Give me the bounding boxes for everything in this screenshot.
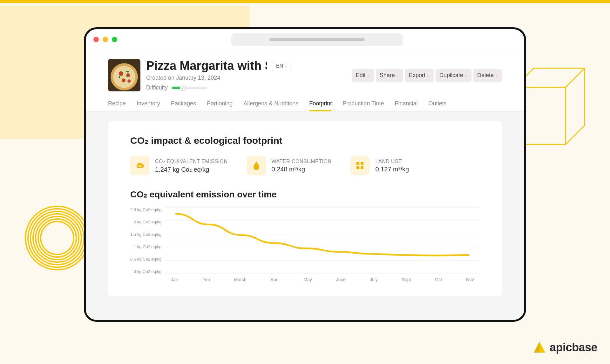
brand-logo-text: apicbase	[550, 341, 597, 354]
difficulty-label: Difficulty	[146, 84, 168, 91]
tab-portioning[interactable]: Portioning	[207, 100, 233, 111]
x-tick: April	[270, 277, 279, 282]
metric-water-value: 0.248 m³/kg	[272, 166, 332, 173]
metric-land-label: LAND USE	[375, 159, 409, 164]
svg-point-10	[119, 71, 123, 76]
section-title: CO₂ impact & ecological footprint	[130, 135, 480, 146]
svg-rect-16	[361, 162, 363, 165]
delete-button[interactable]: Delete⌄	[473, 69, 502, 82]
svg-rect-18	[361, 166, 363, 169]
maximize-window-icon[interactable]	[112, 37, 117, 42]
tab-inventory[interactable]: Inventory	[137, 100, 160, 111]
x-tick: Oct	[435, 277, 442, 282]
tab-production[interactable]: Production Time	[342, 100, 384, 111]
difficulty-meter: 2	[172, 87, 207, 89]
difficulty-value: 2	[180, 85, 186, 91]
svg-point-6	[41, 222, 74, 255]
bg-decor-circle	[22, 203, 92, 273]
chevron-down-icon: ⌄	[427, 73, 430, 77]
metric-co2: CO₂ CO₂ EQUIVALENT EMISSION 1.247 kg Co₂…	[130, 156, 228, 175]
land-grid-icon	[350, 156, 369, 175]
tab-footprint[interactable]: Footprint	[309, 100, 332, 111]
chevron-down-icon: ⌄	[396, 73, 399, 77]
chart-line	[165, 207, 480, 274]
x-tick: March	[234, 277, 247, 282]
brand-top-bar	[0, 0, 610, 3]
created-on: Created on January 13, 2024	[146, 75, 346, 81]
window-controls	[93, 37, 117, 42]
x-tick: Sept	[402, 277, 411, 282]
recipe-title: Pizza Margarita with S…	[146, 59, 267, 73]
metric-land-value: 0.127 m²/kg	[375, 166, 409, 173]
tab-packages[interactable]: Packages	[171, 100, 196, 111]
y-tick: 0 kg Co2 eq/kg	[134, 269, 161, 274]
footprint-card: CO₂ impact & ecological footprint CO₂ CO…	[108, 121, 502, 296]
svg-point-13	[127, 79, 131, 83]
metric-water-label: WATER CONSUMPTION	[272, 159, 332, 164]
chevron-down-icon: ⌄	[495, 73, 498, 77]
svg-rect-15	[356, 162, 359, 165]
tab-outlets[interactable]: Outlets	[428, 100, 446, 111]
x-tick: May	[303, 277, 312, 282]
x-tick: July	[370, 277, 378, 282]
svg-point-4	[36, 216, 79, 260]
x-tick: June	[336, 277, 346, 282]
svg-text:CO₂: CO₂	[138, 165, 142, 167]
x-tick: Feb	[202, 277, 210, 282]
minimize-window-icon[interactable]	[103, 37, 108, 42]
url-bar[interactable]	[231, 33, 403, 46]
y-tick: 1 kg Co2 eq/kg	[134, 244, 161, 249]
share-button[interactable]: Share⌄	[376, 69, 403, 82]
metric-co2-value: 1.247 kg Co₂ eq/kg	[155, 166, 228, 173]
y-tick: 1.5 kg Co2 eq/kg	[130, 232, 161, 237]
chart-title: CO₂ equivalent emission over time	[130, 189, 480, 200]
url-placeholder	[269, 38, 365, 41]
emission-chart: 2.5 kg Co2 eq/kg2 kg Co2 eq/kg1.5 kg Co2…	[130, 207, 480, 282]
window-titlebar	[86, 29, 524, 50]
x-tick: Jan	[171, 277, 178, 282]
close-window-icon[interactable]	[93, 37, 99, 42]
svg-point-5	[38, 219, 76, 257]
chevron-down-icon: ⌄	[464, 73, 468, 77]
brand-logo-icon	[532, 341, 546, 354]
x-tick: Nov	[466, 277, 474, 282]
tab-financial[interactable]: Financial	[395, 100, 417, 111]
cloud-co2-icon: CO₂	[130, 156, 149, 175]
metric-land: LAND USE 0.127 m²/kg	[350, 156, 409, 175]
svg-point-9	[113, 66, 135, 88]
chart-grid	[165, 207, 480, 274]
metric-co2-label: CO₂ EQUIVALENT EMISSION	[155, 158, 228, 164]
duplicate-button[interactable]: Duplicate⌄	[436, 69, 471, 82]
water-drop-icon	[247, 156, 266, 175]
language-value: EN	[276, 63, 283, 69]
y-tick: 2 kg Co2 eq/kg	[134, 220, 161, 224]
svg-point-1	[28, 209, 86, 267]
tab-recipe[interactable]: Recipe	[108, 100, 126, 111]
chart-y-axis: 2.5 kg Co2 eq/kg2 kg Co2 eq/kg1.5 kg Co2…	[130, 207, 161, 274]
svg-point-11	[126, 73, 130, 77]
edit-button[interactable]: Edit⌄	[352, 69, 374, 82]
chevron-down-icon: ⌄	[285, 64, 288, 68]
device-frame: Pizza Margarita with S… EN ⌄ Created on …	[84, 27, 526, 322]
tab-bar: Recipe Inventory Packages Portioning All…	[108, 100, 502, 111]
tab-allergens[interactable]: Allergens & Nutritions	[243, 100, 298, 111]
svg-rect-17	[356, 166, 359, 169]
svg-point-12	[122, 78, 125, 82]
y-tick: 0.5 kg Co2 eq/kg	[130, 257, 161, 261]
y-tick: 2.5 kg Co2 eq/kg	[130, 207, 161, 212]
chart-x-axis: JanFebMarchAprilMayJuneJulySeptOctNov	[165, 274, 480, 282]
recipe-thumbnail	[108, 59, 140, 91]
export-button[interactable]: Export⌄	[405, 69, 434, 82]
brand-logo: apicbase	[532, 341, 597, 354]
language-select[interactable]: EN ⌄	[272, 61, 292, 71]
chevron-down-icon: ⌄	[367, 73, 370, 77]
metric-water: WATER CONSUMPTION 0.248 m³/kg	[247, 156, 332, 175]
